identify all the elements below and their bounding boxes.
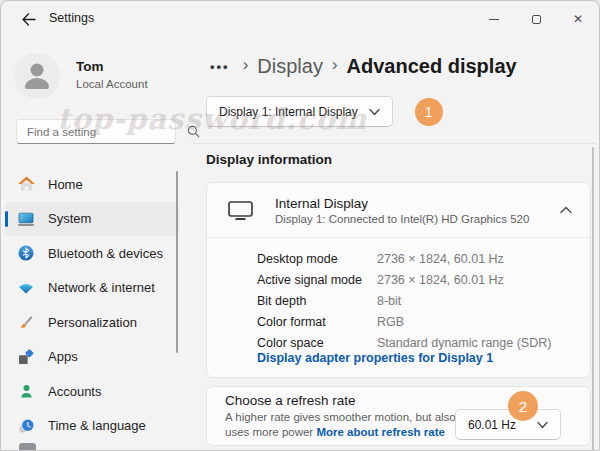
detail-value: 2736 × 1824, 60.01 Hz [377, 273, 504, 287]
detail-row-bit-depth: Bit depth 8-bit [257, 290, 590, 311]
display-info-expander[interactable]: Internal Display Display 1: Connected to… [207, 183, 590, 238]
display-detail-rows: Desktop mode 2736 × 1824, 60.01 Hz Activ… [207, 238, 590, 353]
breadcrumb: ••• › Display › Advanced display [206, 49, 517, 83]
display-card-title: Internal Display [275, 196, 560, 211]
page-title: Advanced display [347, 55, 517, 78]
display-select-value: Display 1: Internal Display [219, 105, 358, 119]
detail-row-color-format: Color format RGB [257, 311, 590, 332]
detail-value: 8-bit [377, 294, 401, 308]
display-adapter-properties-link[interactable]: Display adapter properties for Display 1 [257, 351, 493, 365]
sidebar-item-label: Time & language [48, 418, 146, 433]
detail-value: Standard dynamic range (SDR) [377, 336, 551, 350]
refresh-rate-card: Choose a refresh rate A higher rate give… [206, 386, 591, 446]
minimize-button[interactable] [473, 1, 515, 37]
main-content: ••• › Display › Advanced display Display… [191, 37, 599, 450]
gaming-icon-partial [19, 443, 36, 451]
sidebar: Tom Local Account Home [1, 37, 191, 450]
monitor-icon [227, 199, 257, 221]
chevron-right-icon: › [332, 55, 338, 75]
detail-value: RGB [377, 315, 404, 329]
apps-icon [17, 348, 35, 365]
refresh-desc-line1: A higher rate gives smoother motion, but… [225, 411, 456, 423]
home-icon [17, 176, 35, 193]
detail-label: Active signal mode [257, 273, 377, 287]
sidebar-nav: Home System [5, 167, 179, 443]
titlebar: Settings ✕ [1, 1, 599, 37]
display-information-card: Internal Display Display 1: Connected to… [206, 182, 591, 378]
display-select-dropdown[interactable]: Display 1: Internal Display [206, 96, 393, 127]
main-scrollbar[interactable] [592, 147, 594, 451]
sidebar-item-home[interactable]: Home [5, 167, 179, 201]
refresh-rate-value: 60.01 Hz [468, 418, 516, 432]
personalization-icon [17, 314, 35, 331]
sidebar-item-label: Network & internet [48, 280, 155, 295]
chevron-down-icon [537, 421, 548, 429]
system-icon [17, 210, 35, 227]
breadcrumb-display-link[interactable]: Display [257, 55, 323, 78]
accounts-icon [17, 383, 35, 400]
sidebar-item-apps[interactable]: Apps [5, 340, 179, 374]
close-button[interactable]: ✕ [557, 1, 599, 37]
detail-label: Color format [257, 315, 377, 329]
sidebar-item-label: Accounts [48, 384, 101, 399]
detail-label: Bit depth [257, 294, 377, 308]
section-title: Display information [206, 152, 332, 167]
bluetooth-icon [17, 245, 35, 262]
maximize-icon [532, 15, 541, 24]
detail-row-desktop-mode: Desktop mode 2736 × 1824, 60.01 Hz [257, 248, 590, 269]
callout-badge-2: 2 [508, 391, 538, 421]
detail-value: 2736 × 1824, 60.01 Hz [377, 252, 504, 266]
sidebar-item-time-language[interactable]: Time & language [5, 409, 179, 443]
time-language-icon [17, 417, 35, 434]
more-about-refresh-rate-link[interactable]: More about refresh rate [316, 426, 444, 438]
detail-label: Desktop mode [257, 252, 377, 266]
close-icon: ✕ [573, 13, 583, 25]
settings-window: Settings ✕ Tom Local Account [0, 0, 600, 451]
sidebar-item-network[interactable]: Network & internet [5, 271, 179, 305]
person-icon [14, 53, 60, 99]
sidebar-item-label: Bluetooth & devices [48, 246, 163, 261]
display-card-subtitle: Display 1: Connected to Intel(R) HD Grap… [275, 213, 560, 225]
chevron-right-icon: › [243, 55, 249, 75]
maximize-button[interactable] [515, 1, 557, 37]
detail-row-color-space: Color space Standard dynamic range (SDR) [257, 332, 590, 353]
detail-row-active-signal-mode: Active signal mode 2736 × 1824, 60.01 Hz [257, 269, 590, 290]
network-icon [17, 279, 35, 296]
search-box[interactable] [16, 119, 176, 144]
detail-label: Color space [257, 336, 377, 350]
divider [191, 143, 595, 144]
sidebar-item-personalization[interactable]: Personalization [5, 305, 179, 339]
back-arrow-icon [21, 13, 36, 26]
sidebar-item-label: System [48, 211, 91, 226]
search-input[interactable] [17, 126, 187, 138]
sidebar-item-label: Personalization [48, 315, 137, 330]
sidebar-item-bluetooth[interactable]: Bluetooth & devices [5, 236, 179, 270]
avatar[interactable] [14, 53, 60, 99]
minimize-icon [489, 19, 499, 20]
sidebar-item-label: Apps [48, 349, 78, 364]
display-selector-row: Display 1: Internal Display 1 [206, 96, 443, 127]
user-name: Tom [76, 59, 104, 74]
sidebar-item-accounts[interactable]: Accounts [5, 374, 179, 408]
sidebar-scrollbar[interactable] [176, 171, 178, 353]
back-button[interactable] [15, 6, 41, 32]
callout-badge-1: 1 [415, 98, 443, 126]
sidebar-item-label: Home [48, 177, 83, 192]
breadcrumb-ellipsis-button[interactable]: ••• [206, 57, 234, 76]
user-account-type: Local Account [76, 78, 148, 90]
chevron-up-icon [560, 206, 572, 214]
window-title: Settings [49, 11, 94, 25]
chevron-down-icon [369, 108, 380, 116]
refresh-desc-line2: uses more power [225, 426, 313, 438]
sidebar-item-system[interactable]: System [5, 202, 179, 236]
refresh-rate-dropdown[interactable]: 60.01 Hz [455, 409, 561, 440]
